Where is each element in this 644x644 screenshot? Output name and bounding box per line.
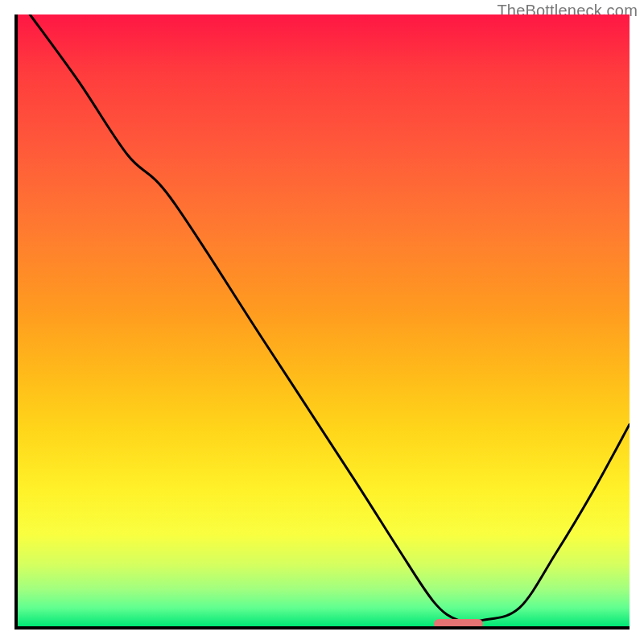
chart-container: TheBottleneck.com	[0, 0, 644, 644]
bottleneck-curve	[18, 14, 630, 626]
optimal-range-marker	[434, 619, 483, 629]
plot-area	[14, 14, 630, 630]
